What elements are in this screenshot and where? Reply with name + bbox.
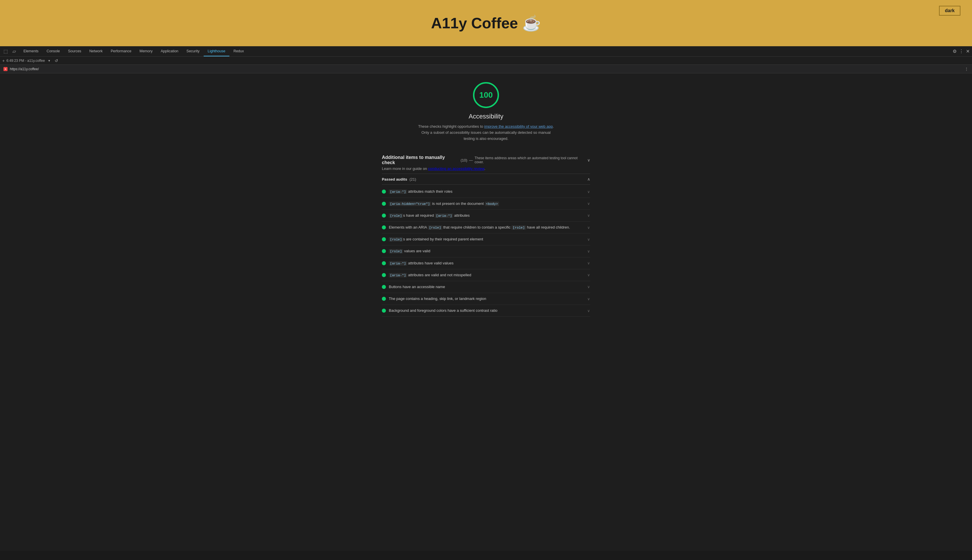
score-circle-container: 100 Accessibility These checks highlight… [417, 82, 555, 142]
audit-item-text: [role]s have all required [aria-*] attri… [389, 213, 470, 218]
audit-item-text: Background and foreground colors have a … [389, 308, 498, 313]
audit-item-text: [aria-*] attributes have valid values [389, 261, 453, 266]
audit-item[interactable]: The page contains a heading, skip link, … [382, 293, 590, 305]
cursor-icon[interactable]: ⬚ [2, 47, 9, 55]
audit-pass-dot [382, 202, 386, 206]
tab-security[interactable]: Security [182, 46, 204, 57]
audit-item-left: Elements with an ARIA [role] that requir… [382, 225, 570, 230]
audit-pass-dot [382, 225, 386, 230]
audit-item-chevron: ∨ [587, 213, 590, 218]
manual-check-row: Additional items to manually check (10) … [382, 155, 590, 165]
audit-item-text: [aria-hidden="true"] is not present on t… [389, 201, 499, 206]
audit-pass-dot [382, 285, 386, 289]
audit-item-left: [aria-*] attributes have valid values [382, 261, 453, 266]
new-tab-icon[interactable]: + [2, 58, 5, 63]
audit-pass-dot [382, 308, 386, 313]
tab-application[interactable]: Application [157, 46, 182, 57]
close-icon[interactable]: ✕ [966, 48, 970, 54]
audit-item-chevron: ∨ [587, 285, 590, 289]
audit-item[interactable]: Buttons have an accessible name ∨ [382, 281, 590, 293]
manual-check-chevron[interactable]: ∨ [587, 158, 590, 162]
audit-item[interactable]: [aria-*] attributes are valid and not mi… [382, 269, 590, 281]
devtools-secondary-bar: + 6:49:23 PM - a11y.coffee ▾ ↺ [0, 57, 972, 65]
audit-item-text: [aria-*] attributes are valid and not mi… [389, 272, 471, 278]
url-more-icon[interactable]: ⋮ [964, 67, 969, 72]
timestamp-text: 6:49:23 PM - a11y.coffee [7, 59, 45, 63]
tab-network[interactable]: Network [85, 46, 107, 57]
devtools-toolbar-right: ⚙ ⋮ ✕ [953, 48, 970, 54]
devtools-toolbar: ⬚ ▱ Elements Console Sources Network Per… [0, 46, 972, 57]
manual-check-note: These items address areas which an autom… [474, 156, 587, 164]
tab-console[interactable]: Console [42, 46, 64, 57]
audit-item-text: [role]s are contained by their required … [389, 237, 483, 242]
audit-item-left: [role]s are contained by their required … [382, 237, 483, 242]
score-number: 100 [479, 90, 493, 100]
tab-performance[interactable]: Performance [107, 46, 136, 57]
audit-item-left: [role]s have all required [aria-*] attri… [382, 213, 470, 218]
audit-item[interactable]: Background and foreground colors have a … [382, 305, 590, 317]
manual-check-label-group: Additional items to manually check (10) … [382, 155, 587, 165]
more-options-icon[interactable]: ⋮ [959, 48, 964, 54]
tab-elements[interactable]: Elements [19, 46, 42, 57]
manual-check-label: Additional items to manually check [382, 155, 459, 165]
passed-audits-count: (21) [409, 177, 416, 182]
dropdown-arrow[interactable]: ▾ [48, 59, 50, 63]
passed-audits-header-left: Passed audits (21) [382, 177, 416, 182]
audit-item-text: [aria-*] attributes match their roles [389, 189, 452, 194]
audit-item-chevron: ∨ [587, 237, 590, 242]
devtools-tabs: Elements Console Sources Network Perform… [19, 46, 953, 57]
devtools-toolbar-icons: ⬚ ▱ [2, 47, 17, 55]
website-title: A11y Coffee ☕ [12, 15, 960, 32]
audit-item-text: The page contains a heading, skip link, … [389, 296, 486, 302]
audit-item-left: Buttons have an accessible name [382, 284, 445, 290]
audit-item[interactable]: Elements with an ARIA [role] that requir… [382, 222, 590, 233]
audit-pass-dot [382, 261, 386, 265]
audit-item-left: The page contains a heading, skip link, … [382, 296, 486, 302]
passed-audits-header[interactable]: Passed audits (21) ∧ [382, 174, 590, 185]
audit-item-chevron: ∨ [587, 225, 590, 230]
score-circle: 100 [473, 82, 499, 108]
audit-item[interactable]: [aria-*] attributes have valid values ∨ [382, 257, 590, 269]
refresh-icon[interactable]: ↺ [55, 58, 58, 63]
settings-icon[interactable]: ⚙ [953, 48, 957, 54]
audit-item-text: Elements with an ARIA [role] that requir… [389, 225, 570, 230]
lighthouse-main-content: 100 Accessibility These checks highlight… [0, 73, 972, 551]
tab-redux[interactable]: Redux [229, 46, 248, 57]
manual-check-dash: — [469, 158, 473, 162]
audit-item-text: [role] values are valid [389, 248, 430, 254]
audit-item-left: [aria-*] attributes match their roles [382, 189, 452, 194]
audit-item[interactable]: [aria-hidden="true"] is not present on t… [382, 198, 590, 210]
audit-item-left: [role] values are valid [382, 248, 430, 254]
audit-item-chevron: ∨ [587, 202, 590, 206]
score-title: Accessibility [468, 113, 504, 120]
audit-item[interactable]: [role] values are valid ∨ [382, 245, 590, 257]
website-preview: A11y Coffee ☕ dark [0, 0, 972, 46]
audit-item-chevron: ∨ [587, 261, 590, 265]
improve-accessibility-link[interactable]: improve the accessibility of your web ap… [484, 124, 553, 128]
devtools-url-bar: a https://a11y.coffee/ ⋮ [0, 65, 972, 73]
audit-item[interactable]: [role]s are contained by their required … [382, 233, 590, 245]
audit-item[interactable]: [aria-*] attributes match their roles ∨ [382, 186, 590, 198]
tab-lighthouse[interactable]: Lighthouse [204, 46, 229, 57]
device-icon[interactable]: ▱ [11, 47, 17, 55]
passed-audits-chevron[interactable]: ∧ [587, 177, 590, 182]
score-description: These checks highlight opportunities to … [417, 124, 555, 142]
accessibility-review-link[interactable]: conducting an accessibility review [428, 167, 484, 171]
favicon: a [3, 67, 8, 71]
audit-item-left: [aria-*] attributes are valid and not mi… [382, 272, 471, 278]
tab-memory[interactable]: Memory [136, 46, 157, 57]
audit-item-text: Buttons have an accessible name [389, 284, 445, 290]
audit-pass-dot [382, 237, 386, 241]
audit-item-left: Background and foreground colors have a … [382, 308, 498, 313]
audit-pass-dot [382, 249, 386, 253]
audit-item-chevron: ∨ [587, 249, 590, 253]
dark-mode-button[interactable]: dark [939, 6, 960, 16]
tab-sources[interactable]: Sources [64, 46, 85, 57]
audit-item-chevron: ∨ [587, 308, 590, 313]
passed-audits-section: Passed audits (21) ∧ [aria-*] attributes… [382, 174, 590, 317]
audit-item[interactable]: [role]s have all required [aria-*] attri… [382, 210, 590, 222]
audit-pass-dot [382, 213, 386, 218]
url-text: https://a11y.coffee/ [10, 67, 964, 71]
audit-item-chevron: ∨ [587, 273, 590, 277]
audit-pass-dot [382, 273, 386, 277]
